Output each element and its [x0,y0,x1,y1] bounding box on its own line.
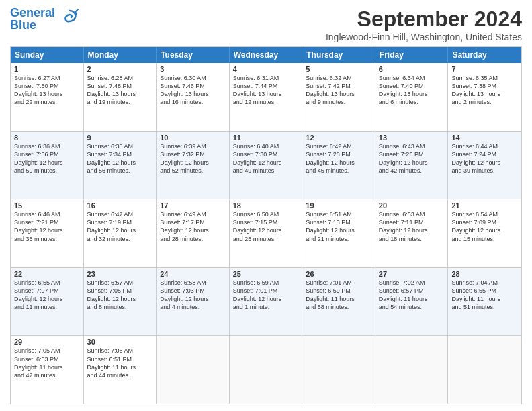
header-saturday: Saturday [448,47,521,63]
cell-text: Sunrise: 7:02 AM Sunset: 6:57 PM Dayligh… [379,279,445,312]
cal-cell-2-6: 21Sunrise: 6:54 AM Sunset: 7:09 PM Dayli… [448,199,521,267]
cell-text: Sunrise: 6:30 AM Sunset: 7:46 PM Dayligh… [160,74,226,107]
main-title: September 2024 [326,7,522,32]
header-thursday: Thursday [302,47,375,63]
cal-cell-0-0: 1Sunrise: 6:27 AM Sunset: 7:50 PM Daylig… [11,63,84,131]
header: General Blue September 2024 Inglewood-Fi… [10,7,522,42]
cal-cell-4-1: 30Sunrise: 7:06 AM Sunset: 6:51 PM Dayli… [84,336,157,404]
cal-cell-3-3: 25Sunrise: 6:59 AM Sunset: 7:01 PM Dayli… [230,268,303,336]
logo-line1: General [10,7,55,19]
cal-cell-1-2: 10Sunrise: 6:39 AM Sunset: 7:32 PM Dayli… [157,132,230,199]
cal-cell-2-0: 15Sunrise: 6:46 AM Sunset: 7:21 PM Dayli… [11,199,84,267]
cal-cell-1-3: 11Sunrise: 6:40 AM Sunset: 7:30 PM Dayli… [230,132,303,199]
cell-text: Sunrise: 6:57 AM Sunset: 7:05 PM Dayligh… [87,279,153,312]
cell-text: Sunrise: 6:51 AM Sunset: 7:13 PM Dayligh… [306,210,371,243]
cell-text: Sunrise: 6:38 AM Sunset: 7:34 PM Dayligh… [87,142,153,175]
cal-cell-0-2: 3Sunrise: 6:30 AM Sunset: 7:46 PM Daylig… [157,63,230,131]
header-tuesday: Tuesday [157,47,230,63]
logo: General Blue [10,7,79,31]
day-number: 14 [451,134,518,142]
cell-text: Sunrise: 7:06 AM Sunset: 6:51 PM Dayligh… [87,347,153,379]
cell-text: Sunrise: 6:46 AM Sunset: 7:21 PM Dayligh… [14,210,80,243]
cal-cell-0-6: 7Sunrise: 6:35 AM Sunset: 7:38 PM Daylig… [448,63,521,131]
day-number: 2 [87,65,153,73]
calendar-row-4: 29Sunrise: 7:05 AM Sunset: 6:53 PM Dayli… [11,335,521,404]
logo-line2: Blue [10,19,55,31]
cell-text: Sunrise: 6:35 AM Sunset: 7:38 PM Dayligh… [451,74,518,107]
cal-cell-0-3: 4Sunrise: 6:31 AM Sunset: 7:44 PM Daylig… [230,63,303,131]
day-number: 28 [451,270,518,278]
cal-cell-1-4: 12Sunrise: 6:42 AM Sunset: 7:28 PM Dayli… [302,132,375,199]
day-number: 1 [14,65,80,73]
cell-text: Sunrise: 7:04 AM Sunset: 6:55 PM Dayligh… [451,279,518,312]
day-number: 27 [379,270,445,278]
cell-text: Sunrise: 6:36 AM Sunset: 7:36 PM Dayligh… [14,142,80,175]
cell-text: Sunrise: 6:54 AM Sunset: 7:09 PM Dayligh… [451,210,518,243]
cell-text: Sunrise: 6:39 AM Sunset: 7:32 PM Dayligh… [160,142,226,175]
cal-cell-3-4: 26Sunrise: 7:01 AM Sunset: 6:59 PM Dayli… [302,268,375,336]
calendar-body: 1Sunrise: 6:27 AM Sunset: 7:50 PM Daylig… [11,63,521,404]
page: General Blue September 2024 Inglewood-Fi… [0,0,532,411]
day-number: 26 [306,270,371,278]
cal-cell-2-5: 20Sunrise: 6:53 AM Sunset: 7:11 PM Dayli… [375,199,449,267]
day-number: 20 [379,201,445,210]
cal-cell-1-6: 14Sunrise: 6:44 AM Sunset: 7:24 PM Dayli… [448,132,521,199]
subtitle: Inglewood-Finn Hill, Washington, United … [326,32,522,42]
cell-text: Sunrise: 6:44 AM Sunset: 7:24 PM Dayligh… [451,142,518,175]
cal-cell-4-6 [448,336,521,404]
day-number: 15 [14,201,80,210]
day-number: 17 [160,201,226,210]
day-number: 30 [87,338,153,346]
title-section: September 2024 Inglewood-Finn Hill, Wash… [326,7,522,42]
cal-cell-0-4: 5Sunrise: 6:32 AM Sunset: 7:42 PM Daylig… [302,63,375,131]
cell-text: Sunrise: 6:28 AM Sunset: 7:48 PM Dayligh… [87,74,153,107]
cal-cell-4-4 [302,336,375,404]
cal-cell-2-2: 17Sunrise: 6:49 AM Sunset: 7:17 PM Dayli… [157,199,230,267]
cell-text: Sunrise: 6:58 AM Sunset: 7:03 PM Dayligh… [160,279,226,312]
day-number: 3 [160,65,226,73]
logo-bird-icon [60,8,79,30]
header-wednesday: Wednesday [230,47,303,63]
calendar-row-0: 1Sunrise: 6:27 AM Sunset: 7:50 PM Daylig… [11,63,521,131]
day-number: 19 [306,201,371,210]
day-number: 10 [160,134,226,142]
cal-cell-4-5 [375,336,449,404]
cal-cell-4-0: 29Sunrise: 7:05 AM Sunset: 6:53 PM Dayli… [11,336,84,404]
cal-cell-4-3 [230,336,303,404]
day-number: 11 [233,134,299,142]
cell-text: Sunrise: 6:59 AM Sunset: 7:01 PM Dayligh… [233,279,299,312]
day-number: 4 [233,65,299,73]
calendar-row-2: 15Sunrise: 6:46 AM Sunset: 7:21 PM Dayli… [11,199,521,267]
day-number: 29 [14,338,80,346]
header-friday: Friday [375,47,449,63]
cell-text: Sunrise: 6:49 AM Sunset: 7:17 PM Dayligh… [160,210,226,243]
day-number: 13 [379,134,445,142]
cal-cell-3-0: 22Sunrise: 6:55 AM Sunset: 7:07 PM Dayli… [11,268,84,336]
calendar-row-1: 8Sunrise: 6:36 AM Sunset: 7:36 PM Daylig… [11,131,521,199]
day-number: 24 [160,270,226,278]
calendar-row-3: 22Sunrise: 6:55 AM Sunset: 7:07 PM Dayli… [11,267,521,336]
cell-text: Sunrise: 7:05 AM Sunset: 6:53 PM Dayligh… [14,347,80,379]
cal-cell-1-5: 13Sunrise: 6:43 AM Sunset: 7:26 PM Dayli… [375,132,449,199]
day-number: 22 [14,270,80,278]
cell-text: Sunrise: 6:50 AM Sunset: 7:15 PM Dayligh… [233,210,299,243]
cal-cell-3-1: 23Sunrise: 6:57 AM Sunset: 7:05 PM Dayli… [84,268,157,336]
cell-text: Sunrise: 6:31 AM Sunset: 7:44 PM Dayligh… [233,74,299,107]
cell-text: Sunrise: 6:34 AM Sunset: 7:40 PM Dayligh… [379,74,445,107]
cal-cell-0-1: 2Sunrise: 6:28 AM Sunset: 7:48 PM Daylig… [84,63,157,131]
day-number: 12 [306,134,371,142]
header-monday: Monday [84,47,157,63]
day-number: 16 [87,201,153,210]
cal-cell-2-1: 16Sunrise: 6:47 AM Sunset: 7:19 PM Dayli… [84,199,157,267]
day-number: 5 [306,65,371,73]
day-number: 21 [451,201,518,210]
calendar-header: Sunday Monday Tuesday Wednesday Thursday… [11,47,521,63]
cell-text: Sunrise: 6:43 AM Sunset: 7:26 PM Dayligh… [379,142,445,175]
cell-text: Sunrise: 6:40 AM Sunset: 7:30 PM Dayligh… [233,142,299,175]
cal-cell-3-5: 27Sunrise: 7:02 AM Sunset: 6:57 PM Dayli… [375,268,449,336]
cal-cell-2-3: 18Sunrise: 6:50 AM Sunset: 7:15 PM Dayli… [230,199,303,267]
cell-text: Sunrise: 6:47 AM Sunset: 7:19 PM Dayligh… [87,210,153,243]
cal-cell-1-1: 9Sunrise: 6:38 AM Sunset: 7:34 PM Daylig… [84,132,157,199]
cell-text: Sunrise: 6:32 AM Sunset: 7:42 PM Dayligh… [306,74,371,107]
cal-cell-1-0: 8Sunrise: 6:36 AM Sunset: 7:36 PM Daylig… [11,132,84,199]
